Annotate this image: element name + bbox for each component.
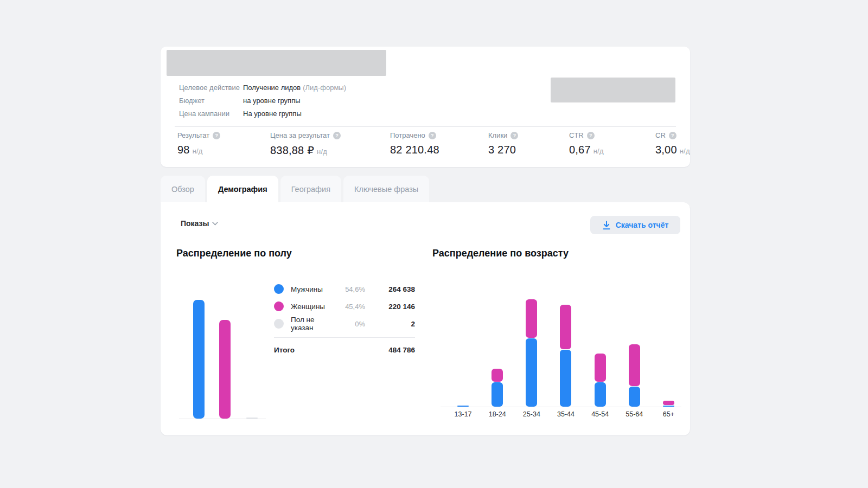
divider: [274, 337, 415, 338]
campaign-summary-card: Целевое действиеПолучение лидов(Лид-форм…: [161, 47, 690, 167]
stat-label: Результат?: [177, 131, 220, 139]
divider: [175, 126, 676, 127]
legend-percent: 0%: [331, 320, 365, 328]
age-axis-label: 35-44: [548, 410, 583, 418]
age-bar-female: [663, 401, 674, 405]
help-icon[interactable]: ?: [510, 132, 518, 139]
stat-column: CR?3,00н/д: [655, 131, 690, 156]
stat-value-number: 82 210.48: [390, 144, 439, 156]
stat-column: Потрачено?82 210.48: [390, 131, 439, 156]
legend-dot: [274, 284, 284, 294]
stat-value: 98н/д: [177, 144, 220, 156]
legend-row: Женщины45,4%220 146: [274, 298, 415, 315]
stat-value: 838,88 ₽н/д: [270, 144, 341, 157]
redacted-campaign-name: [167, 50, 386, 76]
stat-value-number: 3,00: [655, 144, 677, 156]
tab-демография[interactable]: Демография: [207, 176, 278, 202]
gender-bar: [193, 300, 205, 419]
help-icon[interactable]: ?: [669, 132, 676, 139]
help-icon[interactable]: ?: [429, 132, 436, 139]
stat-value-number: 3 270: [488, 144, 516, 156]
gender-total-row: Итого 484 786: [274, 343, 415, 357]
gender-bar: [219, 320, 231, 419]
stat-label: CTR?: [569, 131, 604, 139]
gender-chart-title: Распределение по полу: [176, 248, 292, 259]
age-bar-female: [492, 369, 503, 382]
metric-selector[interactable]: Показы: [181, 219, 218, 228]
age-bar-female: [526, 299, 537, 338]
info-label: Бюджет: [179, 97, 243, 105]
stat-label: Потрачено?: [390, 131, 439, 139]
age-chart-title: Распределение по возрасту: [432, 248, 569, 259]
info-value: на уровне группы: [243, 97, 301, 105]
legend-value: 264 638: [365, 285, 415, 293]
age-column: [652, 299, 686, 407]
age-axis-label: 13-17: [446, 410, 480, 418]
stat-value-suffix: н/д: [193, 147, 203, 155]
tab-обзор[interactable]: Обзор: [161, 176, 205, 202]
legend-label: Женщины: [291, 303, 331, 311]
gender-total-label: Итого: [274, 346, 388, 354]
legend-dot: [274, 301, 284, 311]
demography-panel: Показы Скачать отчёт Распределение по по…: [161, 202, 690, 435]
age-bar-male: [595, 382, 606, 407]
legend-label: Мужчины: [291, 285, 331, 293]
page: Целевое действиеПолучение лидов(Лид-форм…: [0, 0, 868, 488]
stat-label-text: CTR: [569, 131, 584, 139]
stat-value-suffix: н/д: [593, 147, 604, 155]
tab-география[interactable]: География: [280, 176, 341, 202]
info-label: Целевое действие: [179, 84, 243, 92]
stat-column: Клики?3 270: [488, 131, 518, 156]
stat-value-number: 838,88 ₽: [270, 144, 314, 156]
campaign-info-row: Бюджетна уровне группы: [179, 94, 346, 107]
stat-value: 82 210.48: [390, 144, 439, 156]
campaign-stats-row: Результат?98н/дЦена за результат?838,88 …: [161, 131, 690, 164]
gender-chart: [179, 300, 266, 419]
stat-label: Цена за результат?: [270, 131, 341, 139]
download-report-button[interactable]: Скачать отчёт: [590, 216, 680, 234]
age-bar-female: [629, 344, 640, 386]
legend-row: Мужчины54,6%264 638: [274, 280, 415, 298]
campaign-info-row: Целевое действиеПолучение лидов(Лид-форм…: [179, 81, 346, 94]
age-bar-female: [560, 305, 571, 349]
age-column: [446, 299, 480, 407]
report-tabs: ОбзорДемографияГеографияКлючевые фразы: [161, 176, 429, 202]
stat-value-suffix: н/д: [680, 147, 690, 155]
legend-label: Пол не указан: [291, 316, 331, 332]
campaign-info-row: Цена кампанииНа уровне группы: [179, 107, 346, 120]
age-column: [548, 299, 583, 407]
legend-dot: [274, 319, 284, 329]
stat-value-number: 98: [177, 144, 190, 156]
stat-label-text: CR: [655, 131, 666, 139]
help-icon[interactable]: ?: [333, 132, 341, 139]
help-icon[interactable]: ?: [587, 132, 595, 139]
info-value: Получение лидов: [243, 84, 301, 92]
stat-value: 3,00н/д: [655, 144, 690, 156]
age-bar-male: [629, 387, 640, 407]
info-value: На уровне группы: [243, 110, 302, 118]
gender-legend-rows: Мужчины54,6%264 638Женщины45,4%220 146По…: [274, 280, 415, 332]
age-axis-label: 25-34: [514, 410, 548, 418]
info-label: Цена кампании: [179, 110, 243, 118]
stat-label-text: Цена за результат: [270, 131, 330, 139]
metric-selector-label: Показы: [181, 219, 209, 228]
stat-column: CTR?0,67н/д: [569, 131, 604, 156]
redacted-block: [551, 78, 675, 102]
age-column: [514, 299, 548, 407]
age-axis-label: 18-24: [480, 410, 514, 418]
age-column: [583, 299, 617, 407]
stat-column: Цена за результат?838,88 ₽н/д: [270, 131, 341, 157]
help-icon[interactable]: ?: [213, 132, 220, 139]
age-bar-male: [560, 350, 571, 407]
age-chart-baseline: [441, 407, 681, 407]
tab-ключевые-фразы[interactable]: Ключевые фразы: [343, 176, 429, 202]
stat-label-text: Результат: [177, 131, 209, 139]
age-axis-label: 65+: [652, 410, 686, 418]
gender-chart-baseline: [179, 419, 266, 419]
download-icon: [602, 221, 611, 230]
age-column: [617, 299, 652, 407]
legend-value: 2: [365, 320, 415, 328]
download-report-label: Скачать отчёт: [616, 221, 669, 229]
stat-label: Клики?: [488, 131, 518, 139]
gender-total-value: 484 786: [388, 346, 415, 354]
